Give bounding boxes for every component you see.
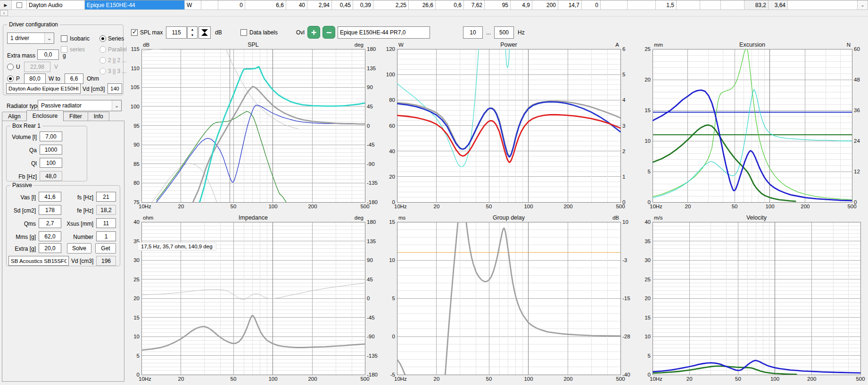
row-checkbox[interactable] — [17, 2, 22, 8]
volume-field[interactable] — [40, 131, 62, 141]
driver-name-field[interactable] — [6, 83, 81, 94]
table-cell[interactable] — [788, 0, 858, 9]
table-cell[interactable]: 26,6 — [409, 0, 436, 9]
overlay-name-field[interactable] — [338, 26, 430, 39]
table-cell[interactable]: 200 — [532, 0, 558, 9]
vas-label: Vas [l] — [7, 194, 36, 201]
table-cell[interactable]: 2,25 — [373, 0, 409, 9]
passive-name-field[interactable] — [8, 256, 69, 266]
y2-tick-label: -135 — [367, 353, 378, 359]
sd-field[interactable] — [39, 205, 61, 215]
fb-label: Fb [Hz] — [7, 173, 37, 180]
table-cell[interactable]: 95 — [485, 0, 511, 9]
tab-align[interactable]: Align — [2, 112, 27, 121]
fs-field[interactable] — [96, 192, 116, 202]
spl-title: SPL — [248, 41, 259, 48]
overlay-add-button[interactable]: + — [307, 26, 320, 39]
x-tick-label: 200 — [563, 204, 572, 209]
passive-title: Passive — [10, 182, 34, 188]
cursor-tooltip: 17,5 Hz, 35,7 ohm, 140,9 deg — [138, 243, 216, 250]
xsus-field[interactable] — [96, 218, 116, 228]
table-cell[interactable]: 3,64 — [769, 0, 788, 9]
autoscale-button[interactable] — [198, 26, 211, 39]
parallel-2-radio[interactable] — [99, 57, 106, 64]
table-cell[interactable]: 1,5 — [656, 0, 677, 9]
vas-field[interactable] — [39, 192, 61, 202]
table-cell[interactable] — [628, 0, 656, 9]
table-cell[interactable]: 0,39 — [353, 0, 373, 9]
x-tick-label: 20 — [434, 204, 440, 209]
voltage-radio[interactable] — [7, 64, 14, 70]
series-radio[interactable] — [99, 35, 106, 42]
freq-from-field[interactable] — [463, 26, 483, 39]
qa-field[interactable] — [40, 145, 62, 155]
series-checkbox[interactable] — [61, 46, 67, 53]
tab-enclosure[interactable]: Enclosure — [26, 110, 64, 121]
row-selector-cell[interactable]: ▶ — [0, 0, 12, 9]
isobaric-checkbox[interactable] — [61, 35, 67, 42]
driver-count-select[interactable]: 1 driver ⌄ — [7, 33, 54, 44]
parallel-radio[interactable] — [99, 46, 106, 53]
horizontal-scrollbar[interactable]: ‹ — [0, 10, 868, 16]
voltage-field[interactable] — [24, 62, 50, 72]
table-cell[interactable]: 2,94 — [307, 0, 332, 9]
table-cell[interactable] — [677, 0, 700, 9]
table-cell[interactable]: 0 — [582, 0, 601, 9]
table-cell[interactable]: W — [185, 0, 201, 9]
table-cell[interactable]: 4,9 — [511, 0, 532, 9]
series-label: Series — [108, 35, 124, 42]
fe-field[interactable] — [96, 205, 116, 215]
table-cell[interactable] — [721, 0, 744, 9]
table-cell[interactable] — [601, 0, 628, 9]
passive-vd-field[interactable] — [96, 256, 116, 266]
driver-vd-field[interactable] — [107, 83, 122, 94]
spl-max-field[interactable] — [166, 26, 187, 39]
spin-down-icon[interactable]: ▼ — [188, 33, 197, 38]
y-tick-label: 60 — [389, 123, 395, 129]
extra-mass-field[interactable] — [37, 49, 59, 60]
fb-field[interactable] — [40, 171, 62, 181]
chart-toolbar: ✓ SPL max ▲ ▼ dB Data labels Ovl + − ...… — [127, 22, 868, 41]
y-tick-label: 100 — [386, 72, 395, 77]
y2-tick-label: 45 — [367, 104, 373, 109]
impedance-field[interactable] — [65, 74, 83, 84]
table-cell[interactable]: Dayton Audio — [27, 0, 85, 9]
power-radio[interactable] — [7, 75, 14, 82]
y2-tick-label: 36 — [854, 107, 860, 113]
overlay-remove-button[interactable]: − — [322, 26, 335, 39]
extra-field[interactable] — [39, 243, 61, 253]
selected-table-cell[interactable]: Epique E150HE-44 — [85, 0, 185, 9]
x-tick-label: 500 — [856, 376, 865, 382]
tab-filter[interactable]: Filter — [63, 112, 88, 121]
radiator-type-select[interactable]: Passive radiator ⌄ — [38, 100, 122, 111]
scrollbar-track[interactable] — [8, 10, 868, 16]
table-cell[interactable]: 40 — [286, 0, 307, 9]
table-cell[interactable]: 7,62 — [464, 0, 485, 9]
table-cell[interactable]: 0 — [218, 0, 245, 9]
qms-field[interactable] — [39, 218, 61, 228]
solve-button[interactable]: Solve — [67, 243, 91, 254]
data-labels-checkbox[interactable] — [240, 29, 247, 36]
freq-to-field[interactable] — [494, 26, 514, 39]
get-button[interactable]: Get — [95, 243, 116, 254]
scroll-left-icon[interactable]: ‹ — [0, 10, 8, 16]
table-cell[interactable] — [201, 0, 218, 9]
spl-max-checkbox[interactable]: ✓ — [131, 29, 138, 36]
ql-field[interactable] — [40, 158, 62, 168]
table-cell[interactable]: 0,6 — [436, 0, 464, 9]
table-cell[interactable]: 6,6 — [245, 0, 286, 9]
tab-info[interactable]: Info — [88, 112, 109, 121]
table-combo-cell[interactable]: ⌄ — [858, 0, 868, 9]
row-checkbox-cell[interactable] — [12, 0, 27, 9]
table-cell[interactable]: 83,2 — [744, 0, 769, 9]
ohm-label: Ohm — [87, 75, 99, 82]
power-field[interactable] — [24, 74, 46, 84]
table-cell[interactable]: 14,7 — [558, 0, 582, 9]
spin-up-icon[interactable]: ▲ — [188, 27, 197, 33]
number-field[interactable] — [96, 231, 116, 241]
table-cell[interactable] — [700, 0, 721, 9]
spl-max-spinner[interactable]: ▲ ▼ — [187, 26, 198, 39]
mms-field[interactable] — [39, 231, 61, 241]
parallel-3-radio[interactable] — [99, 68, 106, 74]
table-cell[interactable]: 0,45 — [332, 0, 353, 9]
